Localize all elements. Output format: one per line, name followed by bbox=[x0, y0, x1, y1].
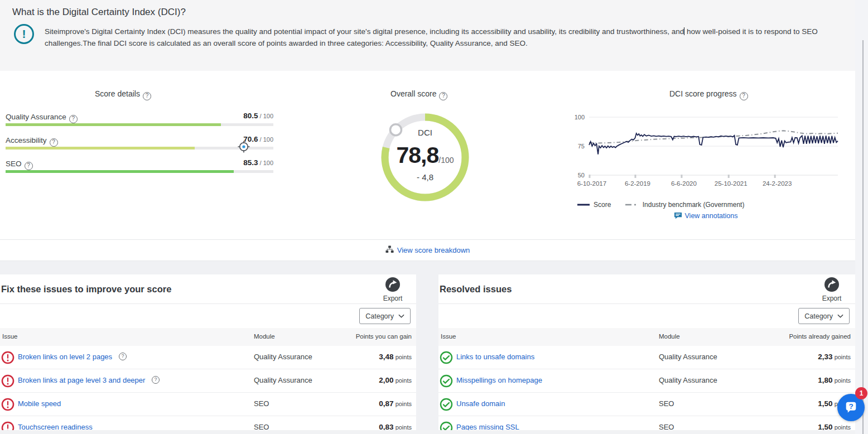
points-cell: 2,33 points bbox=[818, 353, 851, 361]
annotation-icon bbox=[674, 211, 682, 220]
points-cell: 2,00 points bbox=[379, 376, 412, 384]
score-label: Accessibility bbox=[6, 136, 47, 144]
chart-legend: Score Industry benchmark (Government) bbox=[577, 201, 756, 209]
score-details-title: Score details? bbox=[95, 89, 151, 100]
dci-dashboard: What is the Digital Certainty Index (DCI… bbox=[0, 0, 868, 434]
progress-chart: 10075506-10-20176-2-20196-6-202025-10-20… bbox=[569, 112, 848, 192]
table-header: Issue Module Points you can gain bbox=[0, 328, 416, 346]
vertical-scrollbar-thumb[interactable] bbox=[862, 40, 864, 434]
overall-score-title: Overall score? bbox=[390, 89, 447, 100]
score-value: 85.3 / 100 bbox=[243, 158, 273, 167]
card-header: Fix these issues to improve your score E… bbox=[0, 274, 416, 304]
notification-badge[interactable]: 1 bbox=[855, 387, 867, 399]
column-points: Points already gained bbox=[789, 333, 851, 340]
score-line-swatch bbox=[577, 204, 590, 206]
issue-link[interactable]: Broken links at page level 3 and deeper bbox=[18, 376, 145, 384]
export-icon bbox=[824, 277, 839, 292]
score-label: Quality Assurance bbox=[6, 113, 66, 121]
svg-text:?: ? bbox=[848, 402, 853, 411]
score-label: SEO bbox=[6, 160, 22, 168]
benchmark-line-swatch bbox=[625, 204, 639, 206]
dci-label: DCI bbox=[378, 128, 472, 137]
issue-link[interactable]: Misspellings on homepage bbox=[456, 376, 542, 384]
info-icon: ! bbox=[14, 24, 34, 44]
dci-intro-section: What is the Digital Certainty Index (DCI… bbox=[0, 0, 855, 71]
score-row-seo: SEO? 85.3 / 100 bbox=[6, 158, 273, 181]
help-icon[interactable]: ? bbox=[740, 92, 748, 100]
table-row: Broken links on level 2 pagesQuality Ass… bbox=[0, 346, 416, 369]
score-value: 80.5 / 100 bbox=[243, 112, 273, 120]
table-row: Unsafe domainSEO1,50 points bbox=[438, 393, 855, 416]
help-bubble-icon: ? bbox=[843, 400, 859, 415]
resolved-issues-card: Resolved issues Export Category Issue Mo… bbox=[438, 274, 855, 434]
progress-bar-fill bbox=[6, 170, 234, 173]
issue-link[interactable]: Unsafe domain bbox=[456, 399, 505, 408]
x-axis-label: 25-10-2021 bbox=[715, 180, 748, 187]
legend-benchmark: Industry benchmark (Government) bbox=[625, 201, 745, 209]
help-icon[interactable]: ? bbox=[152, 376, 160, 384]
help-icon[interactable]: ? bbox=[50, 138, 58, 147]
table-row: Broken links at page level 3 and deeperQ… bbox=[0, 369, 416, 393]
chevron-down-icon bbox=[837, 314, 843, 318]
module-cell: Quality Assurance bbox=[254, 376, 312, 384]
progress-bar-track bbox=[6, 123, 273, 126]
intro-text: Siteimprove's Digital Certainty Index (D… bbox=[45, 26, 830, 49]
sitemap-icon bbox=[385, 245, 394, 254]
card-header: Resolved issues Export bbox=[438, 274, 855, 304]
issue-link[interactable]: Links to unsafe domains bbox=[456, 353, 534, 361]
card-title: Resolved issues bbox=[440, 284, 512, 295]
error-circle-icon bbox=[1, 398, 15, 411]
y-axis-label: 100 bbox=[575, 114, 585, 120]
column-issue: Issue bbox=[441, 333, 456, 340]
progress-bar-track bbox=[6, 170, 273, 173]
filter-row: Category bbox=[438, 304, 855, 328]
issue-link[interactable]: Broken links on level 2 pages bbox=[18, 353, 112, 361]
help-icon[interactable]: ? bbox=[25, 162, 33, 170]
help-icon[interactable]: ? bbox=[143, 92, 151, 100]
view-score-breakdown-link[interactable]: View score breakdown bbox=[385, 246, 470, 254]
table-row: Links to unsafe domainsQuality Assurance… bbox=[438, 346, 855, 369]
category-dropdown[interactable]: Category bbox=[359, 308, 411, 324]
check-circle-icon bbox=[440, 351, 453, 364]
view-annotations-link[interactable]: View annotations bbox=[622, 211, 789, 220]
module-cell: Quality Assurance bbox=[254, 353, 312, 361]
progress-bar-fill bbox=[6, 123, 221, 126]
module-cell: SEO bbox=[254, 399, 269, 408]
benchmark-target-icon[interactable] bbox=[237, 139, 251, 156]
points-cell: 1,80 points bbox=[818, 376, 851, 384]
column-issue: Issue bbox=[2, 333, 18, 340]
card-title: Fix these issues to improve your score bbox=[1, 284, 171, 295]
x-axis-label: 6-6-2020 bbox=[671, 180, 697, 187]
check-circle-icon bbox=[440, 398, 453, 411]
resolved-table-body: Links to unsafe domainsQuality Assurance… bbox=[438, 346, 855, 434]
help-icon[interactable]: ? bbox=[439, 92, 447, 100]
score-breakdown-row: View score breakdown bbox=[0, 239, 855, 261]
score-line bbox=[589, 133, 838, 155]
error-circle-icon bbox=[1, 374, 15, 388]
error-circle-icon bbox=[1, 351, 15, 364]
category-dropdown[interactable]: Category bbox=[798, 308, 850, 324]
help-icon[interactable]: ? bbox=[119, 353, 127, 360]
column-module: Module bbox=[659, 333, 680, 340]
progress-bar-track bbox=[6, 147, 273, 150]
score-row-quality-assurance: Quality Assurance? 80.5 / 100 bbox=[6, 112, 273, 134]
y-axis-label: 75 bbox=[578, 143, 585, 150]
issue-link[interactable]: Mobile speed bbox=[18, 399, 61, 408]
issues-table-body: Broken links on level 2 pagesQuality Ass… bbox=[0, 346, 416, 434]
export-button[interactable]: Export bbox=[817, 277, 846, 302]
progress-bar-fill bbox=[6, 147, 195, 150]
help-icon[interactable]: ? bbox=[69, 115, 78, 123]
vertical-scrollbar[interactable] bbox=[855, 0, 868, 434]
horizontal-scrollbar[interactable] bbox=[0, 430, 855, 434]
score-row-accessibility: Accessibility? 70.6 / 100 bbox=[6, 135, 273, 157]
check-circle-icon bbox=[440, 374, 453, 388]
x-axis-label: 6-10-2017 bbox=[577, 180, 606, 187]
points-cell: 3,48 points bbox=[379, 353, 412, 361]
dci-score-value: 78,8/100 bbox=[378, 142, 472, 168]
module-cell: Quality Assurance bbox=[659, 353, 717, 361]
points-cell: 0,87 points bbox=[379, 399, 412, 408]
dci-score-delta: - 4,8 bbox=[378, 172, 472, 182]
export-button[interactable]: Export bbox=[378, 277, 407, 302]
module-cell: SEO bbox=[659, 399, 674, 408]
table-row: Misspellings on homepageQuality Assuranc… bbox=[438, 369, 855, 393]
